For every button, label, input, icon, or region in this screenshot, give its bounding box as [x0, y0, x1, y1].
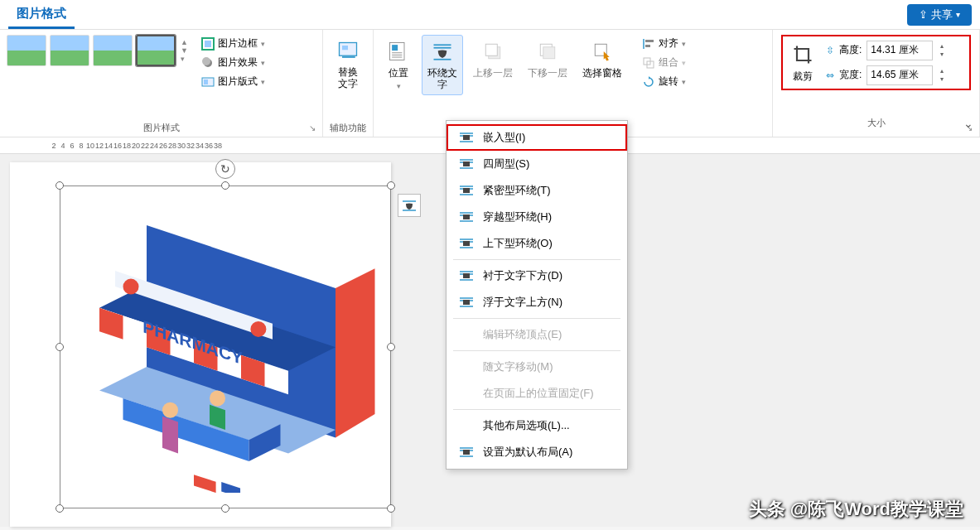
gallery-down-icon[interactable]: ▼	[181, 46, 188, 55]
rotate-handle[interactable]: ↻	[215, 159, 235, 179]
wrap-icon	[458, 446, 475, 459]
spin-down-icon[interactable]: ▾	[938, 75, 946, 84]
effects-icon	[201, 56, 215, 70]
svg-rect-46	[463, 188, 470, 193]
wrap-option: 随文字移动(M)	[447, 354, 627, 380]
svg-rect-10	[392, 45, 398, 51]
wrap-option[interactable]: 紧密型环绕(T)	[447, 177, 627, 204]
wrap-option[interactable]: 设置为默认布局(A)	[447, 439, 627, 465]
chevron-down-icon: ▾	[682, 78, 686, 86]
collapse-ribbon-icon[interactable]: ⌄	[963, 117, 973, 130]
style-gallery[interactable]: ▲ ▼ ▾	[7, 35, 188, 66]
chevron-down-icon: ▾	[261, 59, 265, 67]
group-label: 大小	[781, 114, 971, 132]
gallery-up-icon[interactable]: ▲	[181, 38, 188, 46]
chevron-down-icon: ▾	[397, 82, 401, 90]
resize-handle[interactable]	[221, 181, 229, 190]
svg-point-31	[250, 321, 266, 337]
height-label: 高度:	[839, 43, 862, 57]
picture-border-button[interactable]: 图片边框 ▾	[198, 35, 268, 52]
group-button[interactable]: 组合 ▾	[639, 54, 689, 71]
separator	[453, 350, 620, 351]
wrap-option[interactable]: 浮于文字上方(N)	[447, 289, 627, 316]
svg-rect-35	[221, 482, 240, 493]
rotate-icon	[642, 75, 655, 89]
resize-handle[interactable]	[56, 504, 64, 513]
crop-icon	[789, 41, 816, 68]
svg-rect-18	[485, 44, 497, 55]
wrap-text-button[interactable]: 环绕文 字	[422, 35, 463, 95]
chevron-down-icon: ▾	[682, 59, 686, 67]
crop-button[interactable]: 裁剪	[786, 40, 819, 85]
width-label: 宽度:	[839, 68, 862, 82]
style-thumb-selected[interactable]	[136, 35, 176, 66]
share-button[interactable]: ⇪ 共享 ▾	[907, 4, 972, 26]
group-size: 裁剪 ⇳ 高度: ▴▾ ⇔ 宽度: ▴▾ 大小 ↘	[773, 30, 980, 137]
wrap-option[interactable]: 其他布局选项(L)...	[447, 412, 627, 439]
spin-down-icon[interactable]: ▾	[938, 51, 946, 59]
resize-handle[interactable]	[387, 181, 395, 190]
resize-handle[interactable]	[56, 181, 64, 190]
spin-up-icon[interactable]: ▴	[938, 67, 946, 75]
wrap-icon	[458, 157, 475, 171]
gallery-more-icon[interactable]: ▾	[181, 55, 188, 63]
wrap-text-dropdown: 嵌入型(I)四周型(S)紧密型环绕(T)穿越型环绕(H)上下型环绕(O)衬于文字…	[446, 120, 628, 470]
svg-rect-62	[463, 300, 470, 305]
group-icon	[642, 56, 655, 70]
wrap-option[interactable]: 衬于文字下方(D)	[447, 263, 627, 289]
svg-point-32	[162, 402, 178, 418]
wrap-icon	[458, 387, 475, 400]
wrap-text-icon	[429, 39, 456, 65]
alt-text-button[interactable]: 替换 文字	[330, 35, 366, 94]
style-thumb[interactable]	[50, 35, 89, 66]
style-thumb[interactable]	[93, 35, 133, 66]
svg-rect-58	[463, 273, 470, 278]
wrap-option[interactable]: 四周型(S)	[447, 151, 627, 177]
send-backward-button[interactable]: 下移一层	[523, 35, 572, 84]
wrap-icon	[458, 296, 475, 309]
position-button[interactable]: 位置 ▾	[380, 35, 417, 94]
svg-rect-7	[342, 46, 348, 50]
bring-forward-button[interactable]: 上移一层	[468, 35, 518, 84]
svg-rect-5	[204, 80, 208, 84]
wrap-icon	[458, 210, 475, 224]
resize-handle[interactable]	[387, 504, 395, 513]
svg-rect-54	[463, 241, 470, 246]
bring-forward-icon	[480, 38, 506, 65]
separator	[453, 318, 620, 319]
resize-handle[interactable]	[56, 343, 64, 351]
align-button[interactable]: 对齐 ▾	[639, 35, 689, 52]
picture-layout-button[interactable]: 图片版式 ▾	[198, 73, 268, 90]
svg-rect-42	[463, 161, 470, 166]
wrap-option[interactable]: 嵌入型(I)	[447, 124, 627, 151]
tab-picture-format[interactable]: 图片格式	[8, 1, 75, 29]
resize-handle[interactable]	[387, 343, 395, 351]
svg-rect-34	[194, 475, 216, 493]
rotate-button[interactable]: 旋转 ▾	[639, 73, 689, 90]
chevron-down-icon: ▾	[956, 10, 960, 19]
chevron-down-icon: ▾	[682, 40, 686, 48]
resize-handle[interactable]	[221, 504, 229, 513]
selected-image[interactable]: ↻	[60, 186, 391, 508]
position-icon	[385, 38, 412, 65]
picture-effects-button[interactable]: 图片效果 ▾	[198, 54, 268, 71]
wrap-option[interactable]: 穿越型环绕(H)	[447, 204, 627, 230]
svg-point-29	[123, 279, 139, 295]
spin-up-icon[interactable]: ▴	[938, 42, 946, 51]
height-input[interactable]	[867, 41, 933, 60]
chevron-down-icon: ▾	[261, 78, 265, 86]
layout-options-badge[interactable]	[398, 194, 421, 217]
wrap-icon	[458, 328, 475, 341]
chevron-down-icon: ▾	[261, 40, 265, 48]
svg-rect-50	[463, 214, 470, 219]
selection-pane-button[interactable]: 选择窗格	[577, 35, 627, 84]
style-thumb[interactable]	[7, 35, 46, 66]
wrap-option[interactable]: 上下型环绕(O)	[447, 230, 627, 257]
svg-rect-66	[463, 450, 470, 455]
width-input[interactable]	[867, 65, 933, 85]
group-picture-styles: ▲ ▼ ▾ 图片边框 ▾ 图片效果 ▾	[0, 30, 323, 137]
pharmacy-illustration: PHARMACY	[68, 194, 383, 493]
group-label: 图片样式	[7, 119, 316, 137]
separator	[453, 409, 620, 410]
dialog-launcher-icon[interactable]: ↘	[309, 123, 319, 133]
